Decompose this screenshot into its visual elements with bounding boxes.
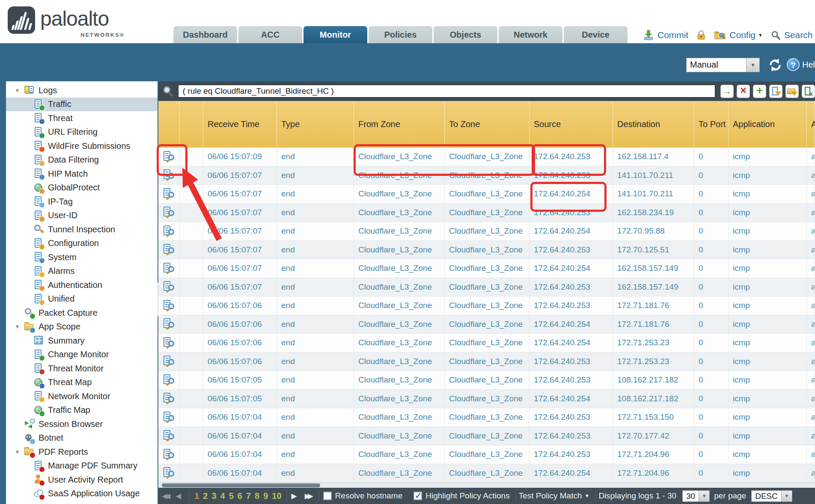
test-policy-match-button[interactable]: Test Policy Match <box>519 491 582 501</box>
table-row[interactable]: 06/06 15:07:06endCloudflare_L3_ZoneCloud… <box>158 353 815 371</box>
log-detail-cell[interactable] <box>158 148 180 166</box>
table-row[interactable]: 06/06 15:07:07endCloudflare_L3_ZoneCloud… <box>158 259 815 278</box>
sidebar-item-app-scope[interactable]: ▼App Scope <box>6 320 158 334</box>
log-detail-cell[interactable] <box>158 278 180 296</box>
log-detail-icon[interactable] <box>163 225 175 237</box>
sidebar-item-summary[interactable]: Summary <box>6 334 158 348</box>
col-header-to-port[interactable]: To Port <box>694 101 729 148</box>
log-detail-cell[interactable] <box>158 464 180 483</box>
log-detail-icon[interactable] <box>163 244 175 255</box>
last-page-button[interactable]: ▶▶ <box>305 492 313 501</box>
highlight-policy-checkbox[interactable]: ✓ <box>413 492 422 500</box>
tab-monitor[interactable]: Monitor <box>303 26 367 43</box>
sidebar-item-ip-tag[interactable]: IP-Tag <box>6 195 158 209</box>
tab-network[interactable]: Network <box>499 26 562 43</box>
log-detail-cell[interactable] <box>158 427 180 445</box>
log-detail-icon[interactable] <box>163 393 175 404</box>
log-detail-icon[interactable] <box>163 300 175 311</box>
table-row[interactable]: 06/06 15:07:07endCloudflare_L3_ZoneCloud… <box>158 241 815 260</box>
table-row[interactable]: 06/06 15:07:06endCloudflare_L3_ZoneCloud… <box>158 334 815 353</box>
log-detail-cell[interactable] <box>158 315 180 334</box>
log-detail-icon[interactable] <box>163 169 175 181</box>
col-header-application[interactable]: Application <box>729 101 807 148</box>
sort-order-select[interactable]: DESC ▼ <box>751 490 792 502</box>
sidebar-item-data-filtering[interactable]: Data Filtering <box>6 153 158 167</box>
log-detail-icon[interactable] <box>163 430 175 442</box>
page-number-5[interactable]: 5 <box>229 491 234 501</box>
sidebar-item-saas-application-usage[interactable]: SaaS Application Usage <box>6 487 158 501</box>
table-row[interactable]: 06/06 15:07:07endCloudflare_L3_ZoneCloud… <box>158 185 815 204</box>
log-detail-icon[interactable] <box>163 151 175 163</box>
log-detail-icon[interactable] <box>163 412 175 423</box>
expand-arrow-icon[interactable]: ▼ <box>15 449 24 455</box>
first-page-button[interactable]: ◀◀ <box>162 492 170 501</box>
filter-query-input[interactable] <box>178 85 715 98</box>
log-detail-cell[interactable] <box>158 353 180 371</box>
log-detail-cell[interactable] <box>158 334 180 352</box>
sidebar-item-threat-map[interactable]: Threat Map <box>6 376 158 390</box>
log-detail-cell[interactable] <box>158 222 180 240</box>
sidebar-item-change-monitor[interactable]: Change Monitor <box>6 348 158 362</box>
sidebar-item-user-id[interactable]: User-ID <box>6 209 158 223</box>
log-detail-icon[interactable] <box>163 337 175 349</box>
col-header-source[interactable]: Source <box>529 101 613 148</box>
test-policy-caret-icon[interactable]: ▼ <box>584 493 589 499</box>
log-detail-cell[interactable] <box>158 166 180 185</box>
export-icon[interactable]: x <box>802 85 815 98</box>
log-detail-cell[interactable] <box>158 259 180 278</box>
sidebar-item-botnet[interactable]: Botnet <box>6 431 158 445</box>
page-number-2[interactable]: 2 <box>203 491 208 501</box>
sidebar-item-globalprotect[interactable]: GlobalProtect <box>6 181 158 195</box>
page-number-9[interactable]: 9 <box>263 491 268 501</box>
help-icon[interactable]: ? <box>787 58 800 71</box>
table-row[interactable]: 06/06 15:07:07endCloudflare_L3_ZoneCloud… <box>158 166 815 185</box>
table-row[interactable]: 06/06 15:07:05endCloudflare_L3_ZoneCloud… <box>158 371 815 390</box>
log-detail-icon[interactable] <box>163 207 175 218</box>
refresh-icon[interactable] <box>768 58 782 72</box>
sort-order-caret-icon[interactable]: ▼ <box>781 491 792 501</box>
expand-arrow-icon[interactable]: ▼ <box>15 87 24 94</box>
sidebar-item-traffic-map[interactable]: Traffic Map <box>6 403 158 418</box>
sidebar-item-threat[interactable]: Threat <box>6 111 158 125</box>
sidebar-item-url-filtering[interactable]: URL Filtering <box>6 125 158 139</box>
page-number-7[interactable]: 7 <box>246 491 251 501</box>
horizontal-scrollbar[interactable] <box>158 483 815 488</box>
table-row[interactable]: 06/06 15:07:07endCloudflare_L3_ZoneCloud… <box>158 204 815 222</box>
log-detail-cell[interactable] <box>158 296 180 315</box>
sidebar-item-unified[interactable]: Unified <box>6 292 158 306</box>
tab-device[interactable]: Device <box>564 26 628 43</box>
table-row[interactable]: 06/06 15:07:05endCloudflare_L3_ZoneCloud… <box>158 390 815 409</box>
page-number-8[interactable]: 8 <box>255 491 259 501</box>
log-detail-cell[interactable] <box>158 204 180 222</box>
config-caret-icon[interactable]: ▼ <box>758 33 763 38</box>
page-number-6[interactable]: 6 <box>238 491 242 501</box>
refresh-mode-select[interactable]: Manual ▼ <box>686 58 760 72</box>
sidebar-item-configuration[interactable]: Configuration <box>6 237 158 251</box>
log-detail-icon[interactable] <box>163 318 175 330</box>
log-detail-icon[interactable] <box>163 281 175 293</box>
tab-dashboard[interactable]: Dashboard <box>173 26 237 43</box>
load-filter-icon[interactable] <box>785 85 799 98</box>
table-row[interactable]: 06/06 15:07:07endCloudflare_L3_ZoneCloud… <box>158 222 815 241</box>
col-header-to-zone[interactable]: To Zone <box>445 101 529 148</box>
prev-page-button[interactable]: ◀ <box>175 492 184 501</box>
table-row[interactable]: 06/06 15:07:04endCloudflare_L3_ZoneCloud… <box>158 427 815 446</box>
col-header-type[interactable]: Type <box>277 101 354 148</box>
commit-button[interactable]: Commit <box>657 30 688 40</box>
sidebar-item-user-activity-report[interactable]: User Activity Report <box>6 473 158 487</box>
log-detail-icon[interactable] <box>163 374 175 386</box>
sidebar-item-packet-capture[interactable]: Packet Capture <box>6 306 158 320</box>
log-detail-icon[interactable] <box>163 263 175 274</box>
col-header-from-zone[interactable]: From Zone <box>354 101 445 148</box>
log-detail-cell[interactable] <box>158 185 180 203</box>
col-header-blank-1[interactable] <box>180 101 203 148</box>
page-number-1[interactable]: 1 <box>194 491 199 501</box>
tab-acc[interactable]: ACC <box>238 26 302 43</box>
config-menu[interactable]: Config <box>729 30 756 40</box>
log-detail-icon[interactable] <box>163 467 175 479</box>
sidebar-item-alarms[interactable]: Alarms <box>6 264 158 279</box>
per-page-caret-icon[interactable]: ▼ <box>699 491 709 501</box>
sidebar-item-threat-monitor[interactable]: Threat Monitor <box>6 362 158 376</box>
col-header-blank-0[interactable] <box>158 101 180 148</box>
log-detail-icon[interactable] <box>163 449 175 460</box>
